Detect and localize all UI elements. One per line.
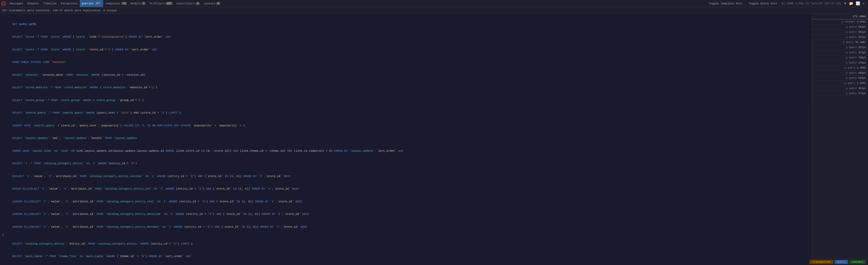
filter-tag-query[interactable]: query — [835, 260, 848, 264]
right-row-time-11: 594µs — [858, 77, 866, 80]
sql-line-insert-search-query: INSERT INTO `search_query` (`store_id`,`… — [2, 119, 810, 132]
right-row-icon-14: ⊞ — [846, 92, 847, 95]
right-row-connect: ⊞ connect 4.35ms — [812, 20, 868, 25]
right-row-type-4: query — [846, 41, 854, 44]
sql-line-inner-join-layout: INNER JOIN `layout_link` AS `link` ON li… — [2, 144, 810, 157]
right-row-type-3: query — [849, 36, 857, 38]
summary-text: 157 statements were executed, 148 of whi… — [2, 9, 117, 12]
filter-tag-transaction[interactable]: transaction — [810, 260, 834, 264]
right-row-time-5: 267µs — [858, 46, 866, 49]
right-row-type-0: connect — [844, 21, 855, 23]
right-row-type-14: query — [849, 92, 857, 95]
right-row-type-11: query — [849, 77, 857, 80]
right-panel: 171.48ms ⊞ connect 4.35ms ⊞ query 589µs … — [812, 14, 868, 265]
nav-request[interactable]: Request — [25, 0, 41, 7]
sql-line-union-int: UNION ALL(SELECT `t`.`value`, `t`.`attri… — [2, 183, 810, 195]
right-row-time-9: 1.46ms — [857, 67, 866, 69]
sql-line-select-store-1: SELECT `store`.* FROM `store` WHERE (`st… — [2, 31, 810, 44]
close-icon[interactable]: ✕ — [862, 1, 865, 6]
right-row-icon-10: ⊞ — [846, 72, 847, 75]
right-row-icon-0: ⊞ — [841, 21, 843, 24]
sql-line-close-paren: ) — [2, 233, 810, 238]
filter-tag-connect[interactable]: connect — [849, 260, 866, 264]
nav-models[interactable]: Models 7 — [129, 0, 148, 7]
top-nav: Messages Request Timeline Exceptions Que… — [0, 0, 868, 7]
right-row-icon-13: ⊞ — [846, 87, 847, 90]
right-row-time-6: 321µs — [858, 51, 866, 54]
nav-queries[interactable]: Queries 157 — [80, 0, 103, 7]
right-row-type-8: query — [849, 61, 857, 64]
right-row-type-13: query — [849, 87, 857, 90]
sql-empty-line — [2, 15, 810, 18]
right-row-type-5: query — [849, 46, 857, 49]
time-display: 3.56s — [796, 2, 804, 5]
right-row-icon-2: ⊞ — [846, 31, 847, 34]
sql-line-select-store-2: SELECT `store`.* FROM `store` WHERE (`st… — [2, 43, 810, 56]
logo-icon — [1, 1, 6, 6]
right-row-type-6: query — [849, 51, 857, 54]
sql-line-select-search-query: SELECT `search_query`.* FROM `search_que… — [2, 107, 810, 120]
nav-layouts[interactable]: Layouts 4 — [202, 0, 222, 7]
right-row-time-7: 736µs — [858, 56, 866, 59]
right-row-10: ⊞ query 565µs — [812, 71, 868, 76]
main-content: SET NAMES utf8 SELECT `store`.* FROM `st… — [0, 14, 868, 265]
sql-line-select-layout-update: SELECT `layout_update`.`xml`, `layout_up… — [2, 132, 810, 145]
right-row-type-2: query — [849, 31, 857, 33]
right-row-4: ⊞ query 30.49ms — [812, 40, 868, 45]
nav-templates[interactable]: Templates 73 — [103, 0, 128, 7]
sql-line-union-text: )UNION ALL(SELECT `t`.`value`, `t`.`attr… — [2, 195, 810, 208]
right-row-time-13: 381µs — [858, 87, 866, 90]
dropdown-icon[interactable]: ▼ — [843, 2, 847, 6]
right-row-type-12: query — [847, 82, 855, 85]
right-row-time-14: 374µs — [858, 92, 866, 95]
nav-controllers[interactable]: Controllers 1 — [175, 0, 202, 7]
nav-messages[interactable]: Messages — [8, 0, 25, 7]
summary-bar: 157 statements were executed, 148 of whi… — [0, 7, 868, 14]
right-row-icon-6: ⊞ — [846, 51, 847, 54]
right-row-1: ⊞ query 589µs — [812, 25, 868, 30]
sql-line-select-session: SELECT `session`.`session_data` FROM `se… — [2, 69, 810, 81]
right-row-time-2: 681µs — [858, 31, 866, 33]
right-row-11: ⊞ query 594µs — [812, 76, 868, 81]
right-row-5: ⊞ query 267µs — [812, 45, 868, 50]
sql-line-set-names: SET NAMES utf8 — [2, 18, 810, 31]
sql-line-select-category-entity: SELECT `t`.* FROM `catalog_category_enti… — [2, 157, 810, 170]
right-row-6: ⊞ query 321µs — [812, 50, 868, 55]
right-row-3: ⊞ query 357µs — [812, 35, 868, 40]
sql-line-select-t-d: SELECT `t_d`.`attribute_id`, `e`.`entity… — [2, 263, 810, 265]
right-row-icon-5: ⊞ — [846, 46, 847, 49]
sql-line-union-datetime: )UNION ALL(SELECT `t`.`value`, `t`.`attr… — [2, 208, 810, 221]
bottom-filter-bar: transaction query connect — [808, 259, 868, 265]
right-row-8: ⊞ query 379µs — [812, 60, 868, 65]
right-row-7: ⊞ query 736µs — [812, 55, 868, 60]
right-row-time-10: 565µs — [858, 72, 866, 74]
sql-line-union-decimal: )UNION ALL(SELECT `t`.`value`, `t`.`attr… — [2, 220, 810, 233]
nav-action-icons: ▼ 📁 ⬜ ✕ — [843, 1, 865, 6]
nav-right-section: Toggle Template Hint Toggle Block Hint 6… — [707, 1, 867, 6]
folder-icon[interactable]: 📁 — [848, 1, 854, 6]
right-row-icon-3: ⊞ — [846, 36, 847, 39]
right-row-icon-4: ⊞ — [843, 41, 844, 44]
sql-line-select-store-website: SELECT `store_website`.* FROM `store_web… — [2, 81, 810, 94]
right-row-icon-7: ⊞ — [846, 56, 847, 59]
right-row-type-7: query — [849, 56, 857, 59]
right-row-time-0: 4.35ms — [857, 21, 866, 23]
sql-pane[interactable]: SET NAMES utf8 SELECT `store`.* FROM `st… — [0, 14, 812, 265]
right-row-icon-11: ⊞ — [846, 77, 847, 80]
nav-timeline[interactable]: Timeline — [41, 0, 59, 7]
right-row-9: ⊞ query 1.46ms — [812, 65, 868, 71]
right-row-icon-9: ⊞ — [844, 67, 846, 70]
sql-line-select-entity-id: SELECT `catalog_category_entity`.`entity… — [2, 237, 810, 250]
nav-profilers[interactable]: Profilers 297 — [147, 0, 174, 7]
right-row-type-1: query — [849, 26, 857, 28]
right-row-2: ⊞ query 681µs — [812, 30, 868, 35]
sql-line-select-varchar: (SELECT `t`.`value`, `t`.`attribute_id` … — [2, 170, 810, 183]
right-row-14: ⊞ query 374µs — [812, 91, 868, 96]
toggle-template-hint-button[interactable]: Toggle Template Hint — [707, 2, 745, 6]
expand-icon[interactable]: ⬜ — [855, 1, 861, 6]
right-row-time-1: 589µs — [858, 26, 866, 28]
toggle-block-hint-button[interactable]: Toggle Block Hint — [747, 2, 779, 6]
nav-exceptions[interactable]: Exceptions — [59, 0, 80, 7]
right-row-icon-1: ⊞ — [846, 26, 847, 29]
right-row-time-4: 30.49ms — [855, 41, 866, 44]
